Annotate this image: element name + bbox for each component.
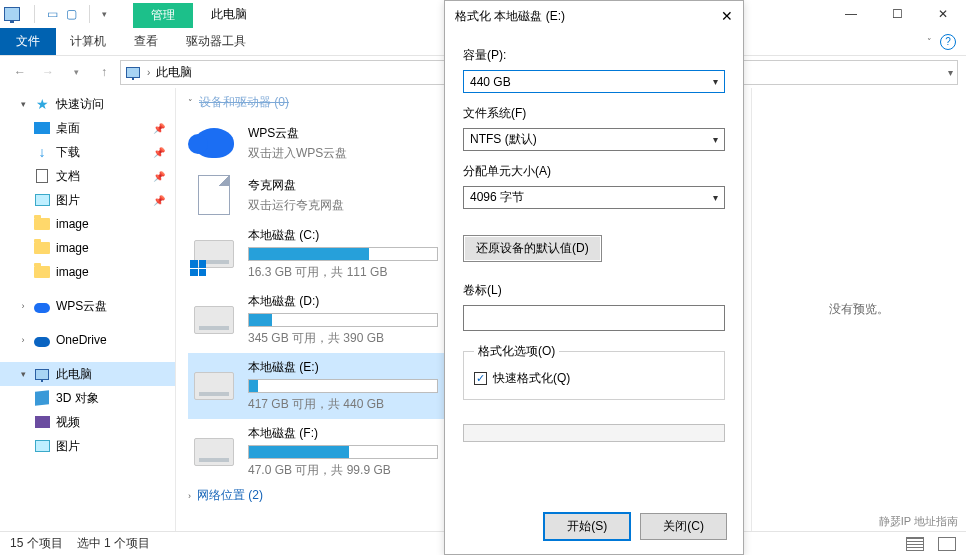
drive-sub: 345 GB 可用，共 390 GB bbox=[248, 330, 438, 347]
fs-value: NTFS (默认) bbox=[470, 131, 537, 148]
disk-icon bbox=[192, 366, 236, 406]
item-name: WPS云盘 bbox=[248, 125, 347, 142]
sidebar-onedrive[interactable]: ›OneDrive bbox=[0, 328, 175, 352]
sidebar-item-label: 桌面 bbox=[56, 120, 80, 137]
sidebar-wps[interactable]: ›WPS云盘 bbox=[0, 294, 175, 318]
pin-icon: 📌 bbox=[153, 171, 165, 182]
sidebar-item-label: 图片 bbox=[56, 192, 80, 209]
qat-item-icon[interactable]: ▢ bbox=[66, 7, 77, 21]
view-icons-icon[interactable] bbox=[938, 537, 956, 551]
ribbon-computer[interactable]: 计算机 bbox=[56, 28, 120, 55]
group-label: 设备和驱动器 (0) bbox=[199, 94, 289, 111]
view-details-icon[interactable] bbox=[906, 537, 924, 551]
close-button[interactable]: 关闭(C) bbox=[640, 513, 727, 540]
qat-properties-icon[interactable]: ▭ bbox=[47, 7, 58, 21]
expand-icon[interactable]: › bbox=[18, 301, 28, 311]
address-dropdown-icon[interactable]: ▾ bbox=[948, 67, 953, 78]
expand-icon[interactable]: › bbox=[18, 335, 28, 345]
chevron-down-icon: ▾ bbox=[713, 134, 718, 145]
quick-format-checkbox[interactable]: ✓ 快速格式化(Q) bbox=[474, 370, 714, 387]
restore-defaults-button[interactable]: 还原设备的默认值(D) bbox=[463, 235, 602, 262]
context-tab-manage[interactable]: 管理 bbox=[133, 3, 193, 28]
sidebar-item-image[interactable]: image bbox=[0, 260, 175, 284]
dialog-titlebar[interactable]: 格式化 本地磁盘 (E:) ✕ bbox=[445, 1, 743, 31]
pin-icon: 📌 bbox=[153, 147, 165, 158]
star-icon: ★ bbox=[34, 96, 50, 112]
breadcrumb-this-pc[interactable]: 此电脑 bbox=[156, 64, 192, 81]
sidebar-item-label: 视频 bbox=[56, 414, 80, 431]
drive-name: 本地磁盘 (F:) bbox=[248, 425, 438, 442]
sidebar-label: OneDrive bbox=[56, 333, 107, 347]
sidebar-item-label: image bbox=[56, 241, 89, 255]
sidebar-item-label: 3D 对象 bbox=[56, 390, 99, 407]
sidebar-item-pictures[interactable]: 图片📌 bbox=[0, 188, 175, 212]
desktop-icon bbox=[34, 120, 50, 136]
sidebar-item-3d[interactable]: 3D 对象 bbox=[0, 386, 175, 410]
volume-label-input[interactable] bbox=[463, 305, 725, 331]
quick-access-toolbar: ▭ ▢ ▾ bbox=[24, 5, 113, 23]
sidebar-item-label: 文档 bbox=[56, 168, 80, 185]
minimize-button[interactable]: — bbox=[828, 0, 874, 28]
maximize-button[interactable]: ☐ bbox=[874, 0, 920, 28]
sidebar-item-downloads[interactable]: ↓下载📌 bbox=[0, 140, 175, 164]
item-name: 夸克网盘 bbox=[248, 177, 344, 194]
dialog-close-button[interactable]: ✕ bbox=[721, 8, 733, 24]
sidebar-item-desktop[interactable]: 桌面📌 bbox=[0, 116, 175, 140]
breadcrumb-sep-icon[interactable]: › bbox=[145, 67, 152, 78]
ribbon-drive-tools[interactable]: 驱动器工具 bbox=[172, 28, 260, 55]
sidebar-item-label: 下载 bbox=[56, 144, 80, 161]
folder-icon bbox=[34, 240, 50, 256]
sidebar: ▾ ★ 快速访问 桌面📌 ↓下载📌 文档📌 图片📌 image image im… bbox=[0, 88, 176, 531]
ribbon-file[interactable]: 文件 bbox=[0, 28, 56, 55]
ribbon-view[interactable]: 查看 bbox=[120, 28, 172, 55]
disk-icon bbox=[192, 432, 236, 472]
download-icon: ↓ bbox=[34, 144, 50, 160]
preview-empty: 没有预览。 bbox=[829, 301, 889, 318]
sidebar-label: 快速访问 bbox=[56, 96, 104, 113]
drive-name: 本地磁盘 (E:) bbox=[248, 359, 438, 376]
context-tab-group: 管理 bbox=[133, 0, 193, 28]
3d-icon bbox=[34, 390, 50, 406]
window-controls: — ☐ ✕ bbox=[828, 0, 966, 28]
au-value: 4096 字节 bbox=[470, 189, 524, 206]
sidebar-this-pc[interactable]: ▾此电脑 bbox=[0, 362, 175, 386]
capacity-select[interactable]: 440 GB▾ bbox=[463, 70, 725, 93]
expand-icon[interactable]: ▾ bbox=[18, 99, 28, 109]
pictures-icon bbox=[34, 192, 50, 208]
ribbon-collapse-icon[interactable]: ˅ bbox=[927, 37, 932, 47]
sidebar-item-documents[interactable]: 文档📌 bbox=[0, 164, 175, 188]
expand-icon[interactable]: ▾ bbox=[18, 369, 28, 379]
folder-icon bbox=[34, 216, 50, 232]
sidebar-item-pics2[interactable]: 图片 bbox=[0, 434, 175, 458]
close-button[interactable]: ✕ bbox=[920, 0, 966, 28]
filesystem-select[interactable]: NTFS (默认)▾ bbox=[463, 128, 725, 151]
capacity-label: 容量(P): bbox=[463, 47, 725, 64]
nav-up-button[interactable]: ↑ bbox=[92, 60, 116, 84]
drive-usage-bar bbox=[248, 247, 438, 261]
allocation-unit-select[interactable]: 4096 字节▾ bbox=[463, 186, 725, 209]
sidebar-item-label: image bbox=[56, 265, 89, 279]
sidebar-item-label: image bbox=[56, 217, 89, 231]
nav-history-button[interactable]: ▾ bbox=[64, 60, 88, 84]
disk-icon bbox=[192, 300, 236, 340]
help-icon[interactable]: ? bbox=[940, 34, 956, 50]
qat-dropdown-icon[interactable]: ▾ bbox=[102, 9, 107, 19]
collapse-icon[interactable]: ˅ bbox=[188, 98, 193, 108]
volume-label-label: 卷标(L) bbox=[463, 282, 725, 299]
document-icon bbox=[34, 168, 50, 184]
sidebar-item-image[interactable]: image bbox=[0, 212, 175, 236]
drive-sub: 47.0 GB 可用，共 99.9 GB bbox=[248, 462, 438, 479]
drive-usage-bar bbox=[248, 445, 438, 459]
drive-name: 本地磁盘 (C:) bbox=[248, 227, 438, 244]
sidebar-item-image[interactable]: image bbox=[0, 236, 175, 260]
quick-format-label: 快速格式化(Q) bbox=[493, 370, 570, 387]
sidebar-item-videos[interactable]: 视频 bbox=[0, 410, 175, 434]
format-options-group: 格式化选项(O) ✓ 快速格式化(Q) bbox=[463, 343, 725, 400]
nav-back-button[interactable]: ← bbox=[8, 60, 32, 84]
start-button[interactable]: 开始(S) bbox=[544, 513, 630, 540]
expand-icon[interactable]: › bbox=[188, 491, 191, 501]
disk-icon bbox=[192, 234, 236, 274]
sidebar-quick-access[interactable]: ▾ ★ 快速访问 bbox=[0, 92, 175, 116]
video-icon bbox=[34, 414, 50, 430]
nav-forward-button[interactable]: → bbox=[36, 60, 60, 84]
